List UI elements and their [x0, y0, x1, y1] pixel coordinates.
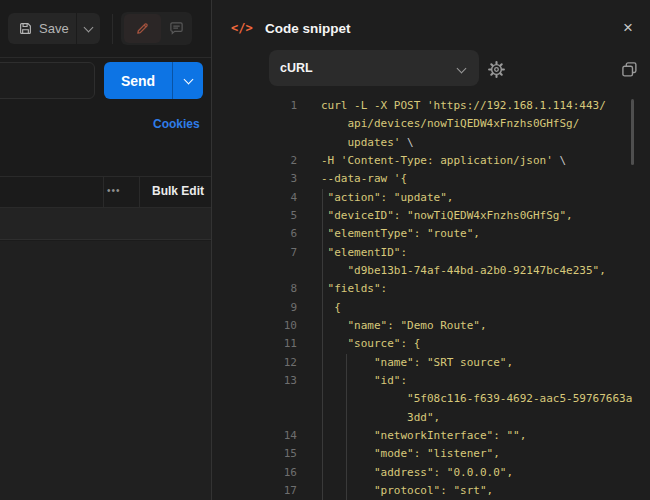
code-text: "5f08c116-f639-4692-aac5-59767663a	[321, 390, 632, 408]
save-button[interactable]: Save	[8, 13, 76, 44]
line-number: 5	[212, 207, 297, 225]
send-button[interactable]: Send	[104, 62, 172, 99]
edit-button[interactable]	[124, 14, 161, 43]
code-text: "mode": "listener",	[321, 445, 500, 463]
code-text: "name": "SRT source",	[321, 354, 513, 372]
code-line: 17 "protocol": "srt",	[212, 482, 650, 500]
table-row[interactable]	[0, 208, 211, 240]
language-select-value: cURL	[280, 61, 458, 75]
table-body-area	[0, 241, 211, 500]
code-text: curl -L -X POST 'https://192.168.1.114:4…	[321, 97, 606, 115]
line-number: 13	[212, 372, 297, 390]
code-line: updates' \	[212, 134, 650, 152]
code-line: 5 "deviceID": "nowTiQEDW4xFnzhs0GHfSg",	[212, 207, 650, 225]
line-number	[212, 262, 297, 280]
code-text: "source": {	[321, 335, 420, 353]
line-number: 9	[212, 299, 297, 317]
chevron-down-icon	[457, 63, 467, 73]
code-line: 16 "address": "0.0.0.0",	[212, 464, 650, 482]
code-text: --data-raw '{	[321, 170, 407, 188]
copy-button[interactable]	[617, 58, 641, 80]
toolbar-bottom-divider	[0, 57, 211, 58]
line-number: 16	[212, 464, 297, 482]
close-icon[interactable]: ×	[616, 16, 640, 40]
code-line: 3dd",	[212, 409, 650, 427]
code-line: 8 "fields":	[212, 280, 650, 298]
code-line: 15 "mode": "listener",	[212, 445, 650, 463]
code-line: 14 "networkInterface": "",	[212, 427, 650, 445]
code-text: "elementType": "route",	[321, 225, 480, 243]
code-scrollbar[interactable]	[631, 99, 634, 165]
line-number: 15	[212, 445, 297, 463]
line-number	[212, 390, 297, 408]
code-line: "5f08c116-f639-4692-aac5-59767663a	[212, 390, 650, 408]
table-header-top-border	[0, 176, 211, 177]
code-text: "elementID":	[321, 244, 407, 262]
code-text: "networkInterface": "",	[321, 427, 526, 445]
code-line: 4 "action": "update",	[212, 189, 650, 207]
pencil-icon	[135, 21, 150, 36]
send-options-button[interactable]	[173, 62, 203, 99]
line-number: 7	[212, 244, 297, 262]
panel-title: Code snippet	[265, 21, 351, 36]
cookies-link[interactable]: Cookies	[153, 117, 200, 131]
line-number	[212, 134, 297, 152]
settings-button[interactable]	[484, 58, 508, 80]
code-line: 7 "elementID":	[212, 244, 650, 262]
code-line: 13 "id":	[212, 372, 650, 390]
code-icon: </>	[231, 21, 253, 35]
line-number: 3	[212, 170, 297, 188]
indent-guide	[322, 189, 323, 500]
code-line: 6 "elementType": "route",	[212, 225, 650, 243]
code-text: "d9be13b1-74af-44bd-a2b0-92147bc4e235",	[321, 262, 606, 280]
line-number: 6	[212, 225, 297, 243]
save-button-group: Save	[8, 13, 100, 44]
line-number	[212, 409, 297, 427]
code-line: 9 {	[212, 299, 650, 317]
code-line: 1curl -L -X POST 'https://192.168.1.114:…	[212, 97, 650, 115]
bulk-edit-button[interactable]: Bulk Edit	[152, 184, 204, 198]
code-lines: 1curl -L -X POST 'https://192.168.1.114:…	[212, 97, 650, 500]
line-number	[212, 115, 297, 133]
code-line: api/devices/nowTiQEDW4xFnzhs0GHfSg/	[212, 115, 650, 133]
url-input[interactable]	[0, 62, 95, 99]
gear-icon	[487, 60, 506, 79]
language-select[interactable]: cURL	[269, 50, 479, 86]
code-line: 10 "name": "Demo Route",	[212, 317, 650, 335]
comment-button[interactable]	[161, 21, 192, 36]
send-button-label: Send	[121, 73, 155, 89]
line-number: 1	[212, 97, 297, 115]
table-column-divider	[139, 177, 140, 207]
code-text: "action": "update",	[321, 189, 453, 207]
code-text: "id":	[321, 372, 407, 390]
code-text: "name": "Demo Route",	[321, 317, 487, 335]
app-window: Save	[0, 0, 650, 500]
code-block: 1curl -L -X POST 'https://192.168.1.114:…	[212, 97, 650, 500]
toolbar-icon-group	[121, 12, 192, 45]
code-text: "fields":	[321, 280, 387, 298]
chevron-down-icon	[84, 22, 94, 32]
line-number: 11	[212, 335, 297, 353]
code-snippet-panel: </> Code snippet × cURL	[211, 0, 650, 500]
save-button-label: Save	[39, 21, 69, 36]
code-line: 11 "source": {	[212, 335, 650, 353]
request-panel: Save	[0, 0, 211, 500]
table-column-divider	[103, 177, 104, 207]
line-number: 12	[212, 354, 297, 372]
save-options-button[interactable]	[77, 13, 100, 44]
line-number: 8	[212, 280, 297, 298]
code-text: updates' \	[321, 134, 414, 152]
more-options-icon[interactable]: •••	[107, 185, 121, 196]
line-number: 2	[212, 152, 297, 170]
code-line: 2-H 'Content-Type: application/json' \	[212, 152, 650, 170]
floppy-icon	[19, 22, 32, 35]
code-line: 3--data-raw '{	[212, 170, 650, 188]
send-button-group: Send	[104, 62, 203, 99]
line-number: 14	[212, 427, 297, 445]
chevron-down-icon	[183, 74, 193, 84]
code-text: api/devices/nowTiQEDW4xFnzhs0GHfSg/	[321, 115, 579, 133]
copy-icon	[621, 61, 638, 78]
line-number: 17	[212, 482, 297, 500]
code-text: 3dd",	[321, 409, 440, 427]
code-text: "deviceID": "nowTiQEDW4xFnzhs0GHfSg",	[321, 207, 573, 225]
